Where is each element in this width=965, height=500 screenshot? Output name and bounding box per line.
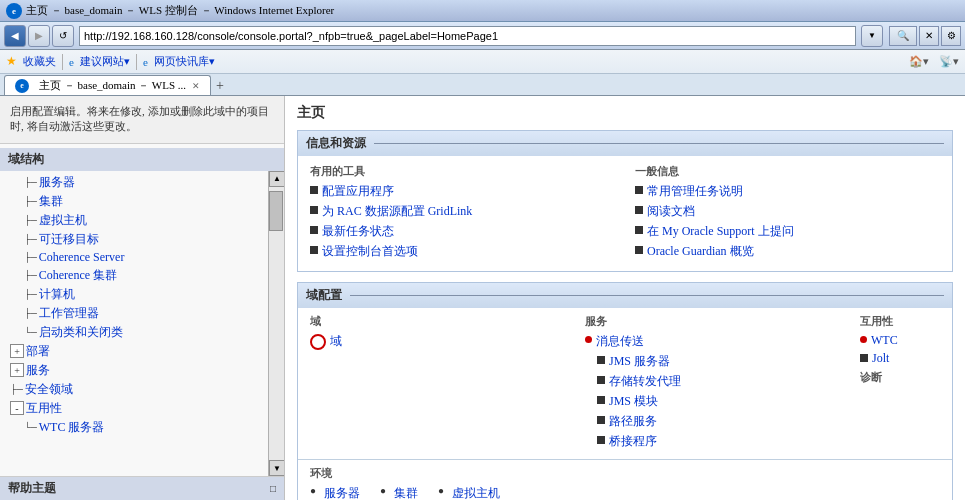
domain-link-item: 域 (310, 333, 575, 350)
address-bar[interactable] (79, 26, 856, 46)
tree-link-startup-shutdown[interactable]: 启动类和关闭类 (39, 324, 123, 341)
tree-bullet-coherence-cluster: ├─ (24, 270, 37, 280)
interop-link-wtc[interactable]: WTC (871, 333, 898, 348)
fav-item-2[interactable]: 网页快讯库▾ (154, 54, 215, 69)
env-bullet-3: ● (438, 485, 444, 496)
interop-col-title: 互用性 (860, 314, 940, 329)
info-section-content: 有用的工具 配置应用程序 为 RAC 数据源配置 GridLink 最新任务状态 (298, 156, 952, 271)
tab-main[interactable]: e 主页 － base_domain － WLS ... ✕ (4, 75, 211, 95)
service-bridge: 桥接程序 (585, 433, 850, 450)
tree-bullet-coherence-server: ├─ (24, 252, 37, 262)
back-button[interactable]: ◀ (4, 25, 26, 47)
env-link-server[interactable]: 服务器 (324, 485, 360, 500)
svc-link-jms-server[interactable]: JMS 服务器 (609, 353, 670, 370)
tree-link-machines[interactable]: 计算机 (39, 286, 75, 303)
tree-machines[interactable]: ├─ 计算机 (0, 285, 268, 304)
expand-services[interactable]: + (10, 363, 24, 377)
general-link-4[interactable]: Oracle Guardian 概览 (647, 243, 754, 260)
tree-link-coherence-server[interactable]: Coherence Server (39, 250, 125, 265)
tree-link-deployments[interactable]: 部署 (26, 343, 50, 360)
sidebar-scrollbar[interactable]: ▲ ▼ (268, 171, 284, 476)
tab-label: 主页 － base_domain － WLS ... (39, 78, 186, 93)
sidebar: 启用配置编辑。将来在修改, 添加或删除此域中的项目时, 将自动激活这些更改。 域… (0, 96, 285, 500)
help-collapse-button[interactable]: □ (270, 483, 276, 494)
tree-startup-shutdown[interactable]: └─ 启动类和关闭类 (0, 323, 268, 342)
new-tab-button[interactable]: + (211, 77, 229, 95)
interop-jolt: Jolt (860, 351, 940, 366)
tab-close-button[interactable]: ✕ (192, 81, 200, 91)
tree-security[interactable]: ├─ 安全领域 (0, 380, 268, 399)
general-link-1[interactable]: 常用管理任务说明 (647, 183, 743, 200)
forward-button[interactable]: ▶ (28, 25, 50, 47)
tool-link-2[interactable]: 为 RAC 数据源配置 GridLink (322, 203, 472, 220)
tree-services[interactable]: + 服务 (0, 361, 268, 380)
service-jms-module: JMS 模块 (585, 393, 850, 410)
interop-link-jolt[interactable]: Jolt (872, 351, 889, 366)
tree-migratable-targets[interactable]: ├─ 可迁移目标 (0, 230, 268, 249)
env-items: ● 服务器 ● 集群 ● 虚拟主机 (310, 485, 940, 500)
go-button[interactable]: ▼ (861, 25, 883, 47)
general-link-2[interactable]: 阅读文档 (647, 203, 695, 220)
tree-bullet-startup: └─ (24, 327, 37, 337)
tree-clusters[interactable]: ├─ 集群 (0, 192, 268, 211)
tree-link-clusters[interactable]: 集群 (39, 193, 63, 210)
refresh-stop[interactable]: ✕ (919, 26, 939, 46)
tree-link-work-managers[interactable]: 工作管理器 (39, 305, 99, 322)
tree-link-wtc-server[interactable]: WTC 服务器 (39, 419, 105, 436)
svc-link-jms-module[interactable]: JMS 模块 (609, 393, 658, 410)
tree-link-coherence-cluster[interactable]: Coherence 集群 (39, 267, 117, 284)
tool-link-1[interactable]: 配置应用程序 (322, 183, 394, 200)
tree-bullet-wtc: └─ (24, 422, 37, 432)
tree-wtc-server[interactable]: └─ WTC 服务器 (0, 418, 268, 437)
tool-link-3[interactable]: 最新任务状态 (322, 223, 394, 240)
tree-servers[interactable]: ├─ 服务器 (0, 173, 268, 192)
svc-link-bridge[interactable]: 桥接程序 (609, 433, 657, 450)
scroll-up-arrow[interactable]: ▲ (269, 171, 284, 187)
svc-link-store-forward[interactable]: 存储转发代理 (609, 373, 681, 390)
scroll-down-arrow[interactable]: ▼ (269, 460, 284, 476)
tree-link-migratable-targets[interactable]: 可迁移目标 (39, 231, 99, 248)
expand-interop[interactable]: - (10, 401, 24, 415)
env-bullet-2: ● (380, 485, 386, 496)
tree-coherence-cluster[interactable]: ├─ Coherence 集群 (0, 266, 268, 285)
general-bullet-1 (635, 186, 643, 194)
svc-link-path[interactable]: 路径服务 (609, 413, 657, 430)
tree-link-virtual-hosts[interactable]: 虚拟主机 (39, 212, 87, 229)
tree-interop[interactable]: - 互用性 (0, 399, 268, 418)
svc-link-messaging[interactable]: 消息传送 (596, 333, 644, 350)
scroll-thumb[interactable] (269, 191, 283, 231)
browser-icon: e (6, 3, 22, 19)
refresh-button[interactable]: ↺ (52, 25, 74, 47)
rss-button[interactable]: 📡▾ (939, 55, 959, 68)
env-link-virtual-host[interactable]: 虚拟主机 (452, 485, 500, 500)
expand-deployments[interactable]: + (10, 344, 24, 358)
tool-link-4[interactable]: 设置控制台首选项 (322, 243, 418, 260)
fav-item-1[interactable]: 建议网站▾ (80, 54, 130, 69)
general-item-1: 常用管理任务说明 (635, 183, 940, 200)
tree-link-services[interactable]: 服务 (26, 362, 50, 379)
tree-link-servers[interactable]: 服务器 (39, 174, 75, 191)
domain-link[interactable]: 域 (330, 333, 342, 350)
search-button[interactable]: 🔍 (889, 26, 917, 46)
tree-container: ├─ 服务器 ├─ 集群 ├─ 虚拟主机 ├─ 可迁移目标 ├─ Coher (0, 171, 284, 476)
interop-bullet-2 (860, 354, 868, 362)
general-link-3[interactable]: 在 My Oracle Support 上提问 (647, 223, 794, 240)
tree-work-managers[interactable]: ├─ 工作管理器 (0, 304, 268, 323)
tree-deployments[interactable]: + 部署 (0, 342, 268, 361)
tool-bullet-4 (310, 246, 318, 254)
nav-extras[interactable]: ⚙ (941, 26, 961, 46)
svc-bullet-3 (597, 376, 605, 384)
env-link-cluster[interactable]: 集群 (394, 485, 418, 500)
env-title: 环境 (310, 466, 940, 481)
main-area: 启用配置编辑。将来在修改, 添加或删除此域中的项目时, 将自动激活这些更改。 域… (0, 96, 965, 500)
general-item-4: Oracle Guardian 概览 (635, 243, 940, 260)
general-bullet-2 (635, 206, 643, 214)
tab-bar: e 主页 － base_domain － WLS ... ✕ + (0, 74, 965, 96)
home-button[interactable]: 🏠▾ (909, 55, 929, 68)
fav-separator (62, 54, 63, 70)
tree-virtual-hosts[interactable]: ├─ 虚拟主机 (0, 211, 268, 230)
favorites-label[interactable]: 收藏夹 (23, 54, 56, 69)
tree-link-interop[interactable]: 互用性 (26, 400, 62, 417)
tree-coherence-server[interactable]: ├─ Coherence Server (0, 249, 268, 266)
tree-link-security[interactable]: 安全领域 (25, 381, 73, 398)
